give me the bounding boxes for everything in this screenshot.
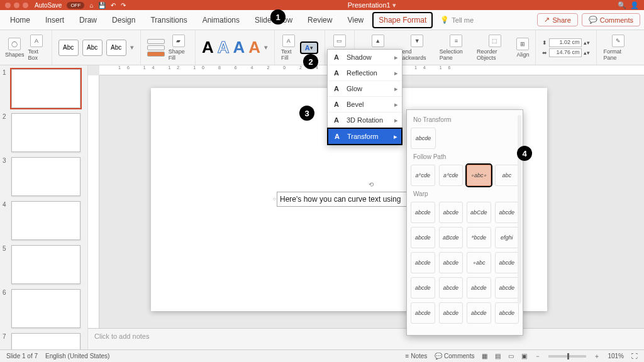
autosave-toggle[interactable]: OFF	[67, 2, 84, 9]
transform-button[interactable]: abc	[495, 165, 519, 186]
format-pane-button[interactable]: ✎Format Pane	[603, 35, 633, 61]
undo-icon[interactable]: ↶	[111, 2, 116, 9]
tab-animations[interactable]: Animations	[196, 12, 246, 28]
warp-opt[interactable]: abcde	[467, 277, 491, 299]
warp-opt[interactable]: abcde	[411, 202, 435, 223]
tab-shape-format[interactable]: Shape Format	[372, 12, 433, 28]
transform-arch-down[interactable]: aᵇcde	[439, 165, 464, 186]
effect-shadow[interactable]: AShadow▸	[328, 50, 402, 65]
document-title: Presentation1	[348, 1, 391, 9]
height-input[interactable]: 1.02 cm	[549, 38, 582, 47]
tab-view[interactable]: View	[341, 12, 370, 28]
wordart-style-3[interactable]: A	[233, 38, 245, 57]
outline-swatch[interactable]	[147, 45, 165, 50]
comments-toggle[interactable]: 💬 Comments	[435, 353, 474, 359]
chevron-down-icon[interactable]: ▾	[130, 43, 134, 52]
tab-design[interactable]: Design	[106, 12, 142, 28]
zoom-value[interactable]: 101%	[608, 353, 624, 359]
warp-opt[interactable]: abcde	[495, 302, 519, 324]
shape-style-2[interactable]: Abc	[82, 40, 103, 56]
effect-glow[interactable]: AGlow▸	[328, 81, 402, 97]
warp-opt[interactable]: abcde	[439, 202, 464, 223]
warp-opt[interactable]: abcde	[439, 252, 464, 273]
effects-swatch[interactable]	[147, 52, 165, 57]
rotate-handle-icon[interactable]: ⟲	[369, 181, 374, 188]
tab-insert[interactable]: Insert	[39, 12, 70, 28]
send-backward-button[interactable]: ▼Send Backwards	[399, 35, 436, 61]
zoom-slider[interactable]	[548, 355, 586, 358]
redo-icon[interactable]: ↷	[121, 2, 126, 9]
shape-style-3[interactable]: Abc	[106, 40, 126, 56]
wordart-style-2[interactable]: A	[218, 38, 230, 57]
warp-opt[interactable]: ∘abc	[467, 252, 491, 273]
view-normal-icon[interactable]: ▦	[482, 353, 487, 359]
shape-fill-button[interactable]: ▰Shape Fill	[169, 35, 189, 61]
zoom-out-button[interactable]: －	[535, 352, 541, 361]
tab-transitions[interactable]: Transitions	[144, 12, 193, 28]
wordart-style-1[interactable]: A	[202, 38, 214, 57]
tab-review[interactable]: Review	[301, 12, 338, 28]
slide-thumb-1[interactable]	[11, 69, 80, 108]
user-icon[interactable]: 👤	[630, 1, 639, 9]
warp-opt[interactable]: ᵃbcde	[467, 227, 491, 248]
share-button[interactable]: ↗Share	[537, 13, 577, 26]
slide-thumb-2[interactable]	[11, 113, 80, 152]
comments-button[interactable]: 💬Comments	[582, 13, 640, 26]
fit-to-window-icon[interactable]: ⛶	[631, 353, 638, 359]
transform-arch-up[interactable]: aᵇcde	[411, 165, 435, 186]
effect-bevel[interactable]: ABevel▸	[328, 97, 402, 112]
effect-reflection[interactable]: AReflection▸	[328, 65, 402, 81]
zoom-in-button[interactable]: ＋	[594, 352, 600, 361]
selection-pane-button[interactable]: ≡Selection Pane	[440, 35, 473, 61]
text-effects-button[interactable]: A▾	[300, 41, 318, 54]
view-reading-icon[interactable]: ▭	[508, 353, 514, 359]
search-icon[interactable]: 🔍	[618, 1, 626, 9]
slide-thumb-7[interactable]: WHAT'S THE DIFF	[11, 333, 80, 349]
warp-opt[interactable]: efghi	[495, 227, 519, 248]
warp-opt[interactable]: aBcde	[439, 227, 464, 248]
view-sorter-icon[interactable]: ▤	[495, 353, 501, 359]
notes-pane[interactable]: Click to add notes	[88, 328, 644, 349]
warp-opt[interactable]: abcde	[411, 252, 435, 273]
transform-none[interactable]: abcde	[411, 128, 436, 149]
shapes-button[interactable]: ◯Shapes	[5, 38, 25, 58]
warp-opt[interactable]: abcde	[439, 302, 464, 324]
fill-swatch[interactable]	[147, 39, 165, 44]
tab-home[interactable]: Home	[4, 12, 36, 28]
align-button[interactable]: ⊞Align	[516, 38, 529, 58]
warp-opt[interactable]: abcde	[439, 277, 464, 299]
language-status[interactable]: English (United States)	[45, 353, 109, 359]
chevron-down-icon[interactable]: ▾	[264, 43, 268, 52]
warp-opt[interactable]: abcde	[411, 277, 435, 299]
width-input[interactable]: 14.76 cm	[549, 48, 582, 57]
slide-thumb-3[interactable]	[11, 157, 80, 196]
slide-thumb-4[interactable]	[11, 201, 80, 240]
warp-opt[interactable]: abcde	[495, 277, 519, 299]
warp-opt[interactable]: abCde	[467, 202, 491, 223]
warp-opt[interactable]: abcde	[495, 252, 519, 273]
transform-circle[interactable]: ∘abc∘	[467, 165, 491, 186]
effect-transform[interactable]: ATransform▸	[327, 128, 402, 145]
effect-3d-rotation[interactable]: A3D Rotation▸	[328, 112, 402, 128]
view-slideshow-icon[interactable]: ▣	[521, 353, 527, 359]
window-controls[interactable]	[5, 3, 28, 8]
warp-opt[interactable]: abcde	[495, 202, 519, 223]
alt-text-icon: ▭	[333, 35, 346, 47]
slide-thumb-6[interactable]	[11, 289, 80, 328]
text-box-button[interactable]: AText Box	[28, 35, 45, 61]
save-icon[interactable]: 💾	[98, 2, 106, 9]
slide-thumb-5[interactable]	[11, 245, 80, 284]
text-fill-button[interactable]: AText Fill	[281, 35, 296, 61]
slide-thumbnail-pane[interactable]: 1 2 3 4 5 6 7WHAT'S THE DIFF	[0, 65, 88, 349]
tab-draw[interactable]: Draw	[73, 12, 103, 28]
reorder-objects-button[interactable]: ⬚Reorder Objects	[477, 35, 513, 61]
warp-opt[interactable]: abcde	[467, 302, 491, 324]
home-icon[interactable]: ⌂	[89, 2, 93, 9]
warp-opt[interactable]: abcde	[411, 302, 435, 324]
wordart-style-4[interactable]: A	[248, 38, 260, 57]
notes-toggle[interactable]: ≡ Notes	[406, 353, 428, 359]
tell-me-search[interactable]: 💡Tell me	[435, 16, 479, 24]
warp-opt[interactable]: abcde	[411, 227, 435, 248]
gallery-scrollbar[interactable]	[518, 115, 521, 304]
shape-style-1[interactable]: Abc	[58, 40, 79, 56]
